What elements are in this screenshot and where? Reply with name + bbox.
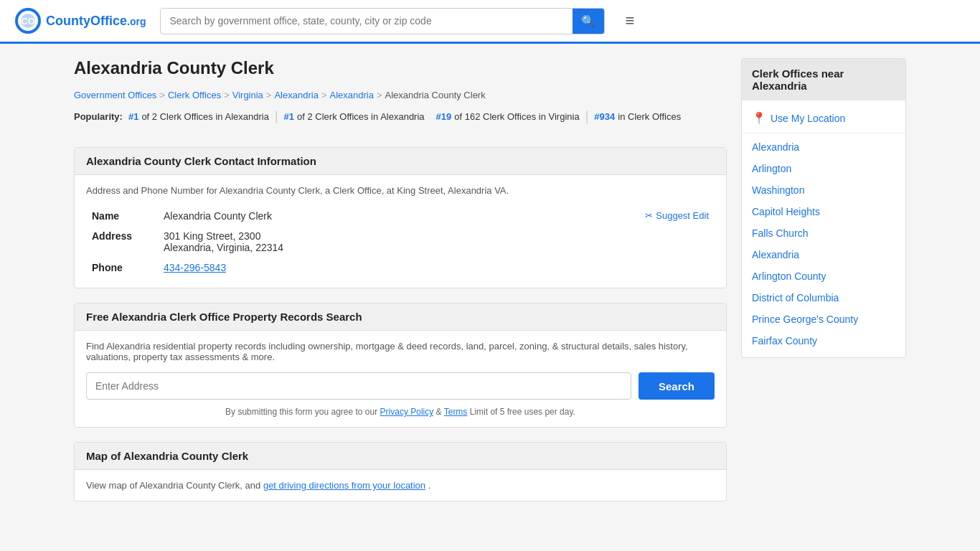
sidebar-item-capitol-heights[interactable]: Capitol Heights — [742, 201, 905, 222]
and-text: & — [436, 407, 444, 417]
sidebar-item-arlington-county[interactable]: Arlington County — [742, 265, 905, 287]
breadcrumb-link-alexandria-state[interactable]: Alexandria — [274, 90, 318, 100]
breadcrumb-sep-1: > — [159, 90, 165, 100]
pop-item-2: #1 of 2 Clerk Offices in Alexandria — [284, 111, 425, 122]
map-section-header: Map of Alexandria County Clerk — [75, 443, 726, 470]
contact-section-body: Address and Phone Number for Alexandria … — [75, 175, 726, 288]
logo-icon: CO — [14, 7, 42, 34]
search-button[interactable]: 🔍 — [573, 9, 604, 34]
phone-label: Phone — [86, 258, 158, 278]
sidebar-divider — [742, 133, 905, 133]
rank-2-text: of 2 Clerk Offices in Alexandria — [297, 111, 425, 122]
disclaimer-text: By submitting this form you agree to our — [225, 407, 377, 417]
form-disclaimer: By submitting this form you agree to our… — [86, 407, 715, 417]
address-input[interactable] — [86, 372, 631, 400]
map-desc-text: View map of Alexandria County Clerk, and — [86, 480, 260, 491]
directions-link[interactable]: get driving directions from your locatio… — [263, 480, 425, 491]
rank-4-text: in Clerk Offices — [618, 111, 681, 122]
contact-description: Address and Phone Number for Alexandria … — [86, 185, 715, 196]
address-line1: 301 King Street, 2300 — [164, 230, 709, 242]
site-logo[interactable]: CO CountyOffice.org — [14, 7, 146, 34]
phone-value: 434-296-5843 — [158, 258, 715, 278]
sidebar-item-alexandria-2[interactable]: Alexandria — [742, 244, 905, 265]
sidebar-item-washington[interactable]: Washington — [742, 179, 905, 201]
sidebar-item-alexandria-1[interactable]: Alexandria — [742, 136, 905, 158]
breadcrumb-link-government-offices[interactable]: Government Offices — [74, 90, 156, 100]
popularity-label: Popularity: — [74, 111, 123, 122]
property-section-header: Free Alexandria Clerk Office Property Re… — [75, 303, 726, 331]
page-title: Alexandria County Clerk — [74, 58, 727, 78]
main-wrapper: Alexandria County Clerk Government Offic… — [60, 44, 920, 530]
address-label: Address — [86, 226, 158, 258]
breadcrumb-sep-2: > — [224, 90, 230, 100]
logo-text: CountyOffice.org — [46, 14, 146, 29]
property-search-form: Search — [86, 372, 715, 400]
edit-icon: ✂ — [645, 210, 653, 221]
sidebar: Clerk Offices near Alexandria 📍 Use My L… — [741, 58, 906, 516]
breadcrumb-link-clerk-offices[interactable]: Clerk Offices — [168, 90, 221, 100]
pop-divider-2: | — [585, 109, 589, 124]
suggest-edit-button[interactable]: ✂ Suggest Edit — [645, 210, 709, 221]
property-description: Find Alexandria residential property rec… — [86, 341, 715, 362]
rank-2: #1 — [284, 111, 294, 122]
name-label: Name — [86, 206, 158, 226]
location-pin-icon: 📍 — [752, 111, 766, 125]
sidebar-item-district-of-columbia[interactable]: District of Columbia — [742, 287, 905, 309]
breadcrumb-link-alexandria-city[interactable]: Alexandria — [329, 90, 373, 100]
privacy-policy-link[interactable]: Privacy Policy — [380, 407, 434, 417]
pop-item-3: #19 of 162 Clerk Offices in Virginia — [436, 111, 580, 122]
contact-section-header: Alexandria County Clerk Contact Informat… — [75, 148, 726, 175]
sidebar-item-arlington[interactable]: Arlington — [742, 158, 905, 179]
contact-address-row: Address 301 King Street, 2300 Alexandria… — [86, 226, 715, 258]
name-value: Alexandria County Clerk ✂ Suggest Edit — [158, 206, 715, 226]
map-section: Map of Alexandria County Clerk View map … — [74, 442, 727, 501]
terms-link[interactable]: Terms — [444, 407, 468, 417]
address-line2: Alexandria, Virginia, 22314 — [164, 242, 709, 253]
rank-3-text: of 162 Clerk Offices in Virginia — [454, 111, 579, 122]
sidebar-use-location[interactable]: 📍 Use My Location — [742, 106, 905, 130]
hamburger-menu-button[interactable]: ≡ — [619, 9, 640, 33]
global-search-bar: 🔍 — [160, 8, 605, 34]
sidebar-item-prince-georges-county[interactable]: Prince George's County — [742, 309, 905, 330]
breadcrumb-sep-4: > — [321, 90, 327, 100]
map-description: View map of Alexandria County Clerk, and… — [86, 480, 715, 491]
svg-text:CO: CO — [21, 16, 35, 27]
pop-item-1: #1 of 2 Clerk Offices in Alexandria — [128, 111, 269, 122]
breadcrumb-sep-5: > — [377, 90, 382, 100]
contact-table: Name Alexandria County Clerk ✂ Suggest E… — [86, 206, 715, 278]
popularity-bar: Popularity: #1 of 2 Clerk Offices in Ale… — [74, 109, 727, 133]
sidebar-item-fairfax-county[interactable]: Fairfax County — [742, 330, 905, 352]
breadcrumb: Government Offices > Clerk Offices > Vir… — [74, 90, 727, 100]
phone-link[interactable]: 434-296-5843 — [164, 262, 226, 273]
sidebar-box: Clerk Offices near Alexandria 📍 Use My L… — [741, 58, 906, 358]
property-section: Free Alexandria Clerk Office Property Re… — [74, 303, 727, 428]
use-location-label: Use My Location — [771, 113, 845, 124]
rank-4: #934 — [594, 111, 615, 122]
property-section-body: Find Alexandria residential property rec… — [75, 331, 726, 427]
rank-3: #19 — [436, 111, 452, 122]
contact-phone-row: Phone 434-296-5843 — [86, 258, 715, 278]
breadcrumb-current: Alexandria County Clerk — [385, 90, 486, 100]
content-area: Alexandria County Clerk Government Offic… — [74, 58, 727, 516]
sidebar-list: 📍 Use My Location Alexandria Arlington W… — [742, 100, 905, 357]
address-value: 301 King Street, 2300 Alexandria, Virgin… — [158, 226, 715, 258]
breadcrumb-link-virginia[interactable]: Virginia — [232, 90, 263, 100]
contact-section: Alexandria County Clerk Contact Informat… — [74, 147, 727, 288]
map-section-body: View map of Alexandria County Clerk, and… — [75, 470, 726, 501]
rank-1: #1 — [128, 111, 138, 122]
contact-name-row: Name Alexandria County Clerk ✂ Suggest E… — [86, 206, 715, 226]
sidebar-item-falls-church[interactable]: Falls Church — [742, 222, 905, 244]
pop-divider-1: | — [275, 109, 278, 124]
pop-item-4: #934 in Clerk Offices — [594, 111, 681, 122]
property-search-button[interactable]: Search — [639, 372, 715, 400]
rank-1-text: of 2 Clerk Offices in Alexandria — [141, 111, 269, 122]
site-header: CO CountyOffice.org 🔍 ≡ — [0, 0, 980, 44]
breadcrumb-sep-3: > — [266, 90, 272, 100]
map-period: . — [428, 480, 431, 491]
search-input[interactable] — [161, 9, 573, 32]
sidebar-title: Clerk Offices near Alexandria — [742, 59, 905, 100]
limit-text: Limit of 5 free uses per day. — [470, 407, 575, 417]
